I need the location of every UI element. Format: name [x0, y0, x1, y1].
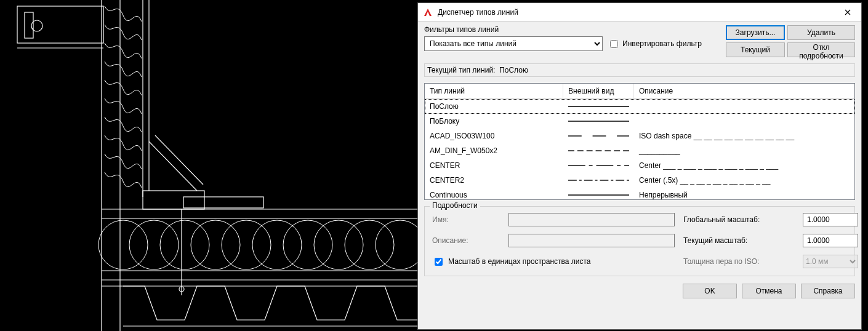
details-desc-label: Описание: — [432, 236, 500, 245]
details-name-input — [508, 213, 675, 226]
row-appearance — [563, 129, 634, 143]
current-scale-label: Текущий масштаб: — [683, 236, 794, 245]
svg-line-8 — [149, 142, 197, 191]
details-legend: Подробности — [430, 201, 480, 210]
paperspace-units-label: Масштаб в единицах пространства листа — [448, 257, 591, 266]
svg-point-22 — [252, 220, 302, 269]
col-header-appearance[interactable]: Внешний вид — [563, 84, 634, 98]
global-scale-input[interactable] — [803, 213, 858, 226]
table-row[interactable]: ПоСлою — [425, 99, 854, 114]
svg-point-21 — [222, 220, 271, 269]
svg-point-26 — [376, 220, 419, 269]
table-row[interactable]: ContinuousНепрерывный — [425, 188, 854, 199]
invert-filter-checkbox[interactable] — [610, 40, 618, 48]
col-header-name[interactable]: Тип линий — [425, 84, 563, 98]
row-name: ACAD_ISO03W100 — [425, 132, 563, 140]
iso-pen-label: Толщина пера по ISO: — [683, 257, 794, 266]
details-panel: Подробности Имя: Глобальный масштаб: Опи… — [424, 206, 855, 276]
ok-button[interactable]: OK — [683, 284, 737, 298]
row-description: Center (.5x) __ _ __ _ __ _ __ _ __ _ __ — [634, 176, 854, 185]
svg-rect-29 — [183, 197, 263, 208]
load-button[interactable]: Загрузить... — [726, 25, 785, 40]
svg-point-19 — [160, 220, 209, 269]
global-scale-label: Глобальный масштаб: — [683, 215, 794, 224]
linetype-manager-dialog: Диспетчер типов линий Фильтры типов лини… — [417, 2, 862, 330]
row-appearance — [563, 188, 634, 199]
linetype-list: Тип линий Внешний вид Описание ПоСлоюПоБ… — [424, 83, 855, 200]
dialog-title: Диспетчер типов линий — [438, 8, 834, 17]
invert-filter-checkbox-wrap[interactable]: Инвертировать фильтр — [608, 38, 702, 50]
toggle-details-button[interactable]: Откл подробности — [787, 42, 855, 57]
svg-point-25 — [345, 220, 394, 269]
iso-pen-select: 1.0 мм — [803, 255, 858, 268]
row-name: ПоБлоку — [425, 117, 563, 126]
cancel-button[interactable]: Отмена — [742, 284, 796, 298]
help-button[interactable]: Справка — [801, 284, 855, 298]
close-button[interactable] — [834, 3, 861, 22]
paperspace-units-checkbox[interactable] — [435, 258, 443, 266]
titlebar: Диспетчер типов линий — [418, 3, 861, 22]
svg-rect-10 — [143, 191, 204, 209]
row-name: ПоСлою — [425, 102, 563, 111]
list-header: Тип линий Внешний вид Описание — [425, 84, 854, 99]
row-name: CENTER — [425, 161, 563, 170]
filter-section-label: Фильтры типов линий — [424, 25, 720, 34]
row-description: __________ — [634, 146, 854, 155]
table-row[interactable]: CENTER2Center (.5x) __ _ __ _ __ _ __ _ … — [425, 173, 854, 188]
svg-point-17 — [98, 220, 148, 269]
svg-rect-5 — [25, 12, 33, 38]
svg-point-23 — [283, 220, 332, 269]
current-linetype-value: ПоСлою — [499, 66, 528, 74]
filter-select[interactable]: Показать все типы линий — [424, 36, 603, 51]
delete-button[interactable]: Удалить — [787, 25, 855, 40]
table-row[interactable]: AM_DIN_F_W050x2__________ — [425, 143, 854, 158]
row-description: Center ___ _ ___ _ ___ _ ___ _ ___ _ ___ — [634, 161, 854, 170]
row-appearance — [563, 173, 634, 188]
invert-filter-label: Инвертировать фильтр — [622, 39, 702, 48]
row-description: ISO dash space __ __ __ __ __ __ __ __ _… — [634, 132, 854, 140]
row-name: AM_DIN_F_W050x2 — [425, 146, 563, 155]
svg-line-9 — [155, 135, 203, 185]
row-appearance — [563, 114, 634, 129]
set-current-button[interactable]: Текущий — [726, 42, 785, 57]
row-name: Continuous — [425, 191, 563, 199]
row-appearance — [563, 158, 634, 173]
current-linetype-label: Текущий тип линий: — [427, 66, 495, 74]
row-appearance — [563, 99, 634, 114]
row-description: Непрерывный — [634, 191, 854, 199]
autocad-icon — [423, 7, 433, 17]
row-appearance — [563, 143, 634, 158]
table-row[interactable]: ПоБлоку — [425, 114, 854, 129]
details-name-label: Имя: — [432, 215, 500, 224]
svg-point-18 — [129, 220, 179, 269]
details-desc-input — [508, 234, 675, 247]
close-icon — [845, 9, 851, 15]
svg-rect-4 — [17, 6, 103, 43]
col-header-description[interactable]: Описание — [634, 84, 854, 98]
list-body[interactable]: ПоСлоюПоБлокуACAD_ISO03W100ISO dash spac… — [425, 99, 854, 199]
svg-point-20 — [191, 220, 240, 269]
table-row[interactable]: CENTERCenter ___ _ ___ _ ___ _ ___ _ ___… — [425, 158, 854, 173]
svg-point-24 — [314, 220, 363, 269]
current-scale-input[interactable] — [803, 234, 858, 247]
dialog-footer: OK Отмена Справка — [424, 284, 855, 298]
row-name: CENTER2 — [425, 176, 563, 185]
current-linetype-row: Текущий тип линий: ПоСлою — [424, 63, 855, 77]
table-row[interactable]: ACAD_ISO03W100ISO dash space __ __ __ __… — [425, 129, 854, 143]
